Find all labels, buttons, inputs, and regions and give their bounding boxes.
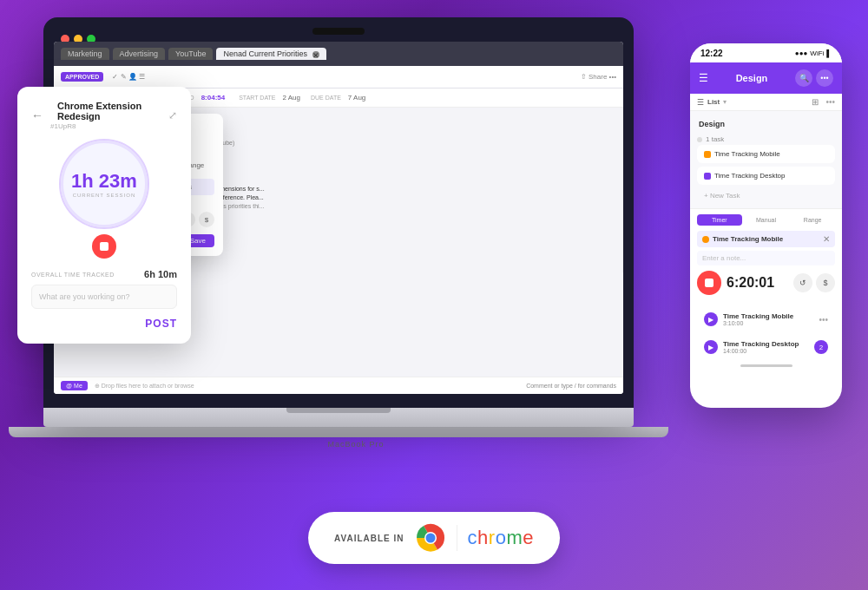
badge-divider <box>457 525 457 551</box>
tracked-play-icon-desktop[interactable]: ▶ <box>704 340 718 354</box>
group-count: 1 task <box>706 135 724 143</box>
phone-home-indicator <box>740 364 792 367</box>
browser-tab-marketing[interactable]: Marketing <box>61 48 109 60</box>
group-dot <box>697 137 702 142</box>
ext-header: ← Chrome Extension Redesign #1UpR8 ⤢ <box>31 101 177 130</box>
share-button[interactable]: ⇧ Share ••• <box>581 73 616 81</box>
list-icon: ☰ <box>697 98 704 107</box>
timer-circle-container: 1h 23m CURRENT SESSION <box>31 141 177 259</box>
tracked-item-desktop[interactable]: ▶ Time Tracking Desktop 14:00:00 2 <box>697 335 835 359</box>
close-tab-icon[interactable]: ✕ <box>312 51 319 58</box>
phone-status-bar: 12:22 ●●● WiFi ▌ <box>690 43 842 62</box>
due-date-value: 7 Aug <box>348 94 365 102</box>
available-text: AVAILABLE IN <box>334 534 404 543</box>
signal-icon: ●●● <box>795 49 808 57</box>
phone-timer-section: Timer Manual Range Time Tracking Mobile … <box>690 208 842 307</box>
timer-icon-3[interactable]: $ <box>199 212 214 227</box>
active-task-row: Time Tracking Mobile ✕ <box>697 231 835 247</box>
tracked-more-mobile[interactable]: ••• <box>819 315 828 324</box>
stop-button[interactable] <box>92 234 116 259</box>
assign-btn[interactable]: @ Me <box>61 381 88 390</box>
task-item-mobile[interactable]: Time Tracking Mobile <box>697 145 835 163</box>
group-header: 1 task <box>697 134 835 145</box>
phone-timer-display: 6:20:01 ↺ $ <box>697 271 835 295</box>
phone-timer-action-btns: ↺ $ <box>793 273 835 292</box>
stop-icon <box>100 242 108 251</box>
tracked-info-desktop: Time Tracking Desktop 14:00:00 <box>723 340 809 354</box>
e-letter: e <box>523 527 534 548</box>
tracked-play-icon-mobile[interactable]: ▶ <box>704 312 718 326</box>
task-name-desktop: Time Tracking Desktop <box>714 172 786 180</box>
more-options-icon[interactable]: ••• <box>825 97 835 107</box>
browser-tab-nenad[interactable]: Nenad Current Priorities ✕ <box>216 48 326 60</box>
battery-icon: ▌ <box>826 49 832 57</box>
task-color-dot-desktop <box>704 173 711 180</box>
phone-action-billable[interactable]: $ <box>816 273 835 292</box>
note-input[interactable]: Enter a note... <box>697 251 835 266</box>
chrome-logo-icon <box>415 522 446 554</box>
m-letter: m <box>506 527 523 548</box>
phone-outer: 12:22 ●●● WiFi ▌ ☰ Design 🔍 ••• ☰ List ▾… <box>690 43 842 408</box>
task-item-desktop[interactable]: Time Tracking Desktop <box>697 167 835 185</box>
back-icon[interactable]: ← <box>31 108 43 122</box>
phone-tab-timer[interactable]: Timer <box>697 214 742 226</box>
phone-clock: 12:22 <box>700 49 723 58</box>
chrome-word: chrome <box>468 527 534 549</box>
section-design-label: Design <box>697 120 835 128</box>
svg-point-2 <box>425 534 435 543</box>
phone-time-value: 6:20:01 <box>727 275 774 291</box>
overall-time-label: OVERALL TIME TRACKED <box>31 272 115 278</box>
phone-stop-button[interactable] <box>697 271 721 295</box>
current-session-label: CURRENT SESSION <box>73 193 136 198</box>
working-on-input[interactable]: What are you working on? <box>31 285 177 309</box>
tracked-info-mobile: Time Tracking Mobile 3:10:00 <box>723 312 813 326</box>
tracked-name-desktop: Time Tracking Desktop <box>723 340 809 348</box>
task-dot <box>702 236 709 243</box>
ext-title: Chrome Extension Redesign <box>57 101 155 121</box>
time-tracked-value: 8:04:54 <box>201 94 226 102</box>
h-letter: h <box>477 527 489 548</box>
phone-action-rewind[interactable]: ↺ <box>793 273 812 292</box>
phone-tab-range[interactable]: Range <box>790 214 835 226</box>
r-letter: r <box>489 527 496 548</box>
post-button[interactable]: POST <box>145 318 177 330</box>
attach-label: ⊕ Drop files here to attach or browse <box>95 383 194 390</box>
wifi-icon: WiFi <box>810 49 824 57</box>
tracked-time-mobile: 3:10:00 <box>723 320 813 326</box>
hamburger-icon[interactable]: ☰ <box>699 72 708 84</box>
phone-stop-icon <box>705 279 713 287</box>
phone-search-button[interactable]: 🔍 <box>795 69 812 87</box>
filter-icon[interactable]: ⊞ <box>812 97 819 107</box>
tracked-item-mobile[interactable]: ▶ Time Tracking Mobile 3:10:00 ••• <box>697 307 835 331</box>
phone-timer-tabs: Timer Manual Range <box>697 214 835 226</box>
ext-subtitle: #1UpR8 <box>50 122 161 130</box>
browser-tab-advertising[interactable]: Advertising <box>113 48 166 60</box>
laptop-base <box>43 408 634 427</box>
remove-task-icon[interactable]: ✕ <box>823 234 830 244</box>
new-task-btn[interactable]: + New Task <box>697 188 835 203</box>
project-title: Design <box>713 73 790 83</box>
phone-status-icons: ●●● WiFi ▌ <box>795 49 832 57</box>
phone-more-button[interactable]: ••• <box>816 69 833 87</box>
c-letter: c <box>468 527 478 548</box>
extension-timer-display: 1h 23m <box>71 170 137 193</box>
bottom-bar: @ Me ⊕ Drop files here to attach or brow… <box>54 377 623 394</box>
post-button-row: POST <box>31 318 177 330</box>
phone-tab-manual[interactable]: Manual <box>744 214 789 226</box>
tracked-time-desktop: 14:00:00 <box>723 348 809 354</box>
app-toolbar: APPROVED ✓ ✎ 👤 ☰ ⇧ Share ••• <box>54 66 623 88</box>
dropdown-icon[interactable]: ▾ <box>723 98 727 106</box>
phone-content: Design 1 task Time Tracking Mobile Time … <box>690 111 842 208</box>
overall-time-row: OVERALL TIME TRACKED 6h 10m <box>31 269 177 279</box>
toolbar-icons: ✓ ✎ 👤 ☰ <box>112 73 145 81</box>
chrome-badge[interactable]: AVAILABLE IN chrome <box>308 512 560 564</box>
status-badge: APPROVED <box>61 72 103 82</box>
laptop-foot <box>9 427 668 437</box>
phone-mockup: 12:22 ●●● WiFi ▌ ☰ Design 🔍 ••• ☰ List ▾… <box>690 43 842 408</box>
due-date-label: DUE DATE <box>311 95 341 101</box>
browser-bar: Marketing Advertising YouTube Nenad Curr… <box>54 42 623 66</box>
browser-tab-youtube[interactable]: YouTube <box>168 48 213 60</box>
expand-icon[interactable]: ⤢ <box>168 109 177 121</box>
list-label[interactable]: List <box>707 98 720 106</box>
comment-input-label[interactable]: Comment or type / for commands <box>526 383 616 389</box>
